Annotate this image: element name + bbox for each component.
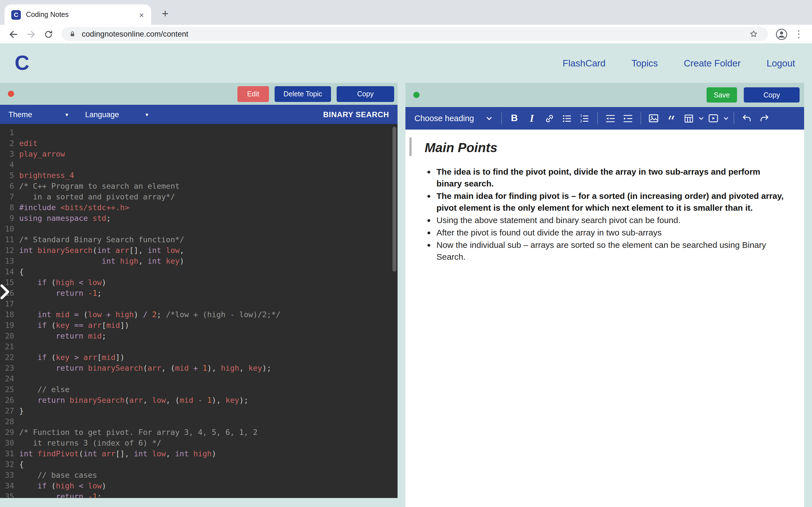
code-line: 9using namespace std; [0, 213, 398, 224]
rich-text-editor[interactable]: Main Points The idea is to find the pivo… [405, 129, 804, 507]
code-toolbar: Theme ▾ Language ▾ BINARY SEARCH [0, 105, 398, 124]
code-line: 8#include <bits/stdc++.h> [0, 202, 398, 213]
link-button[interactable] [541, 110, 558, 127]
code-line: 6/* C++ Program to search an element [0, 181, 398, 191]
code-line: 25 // else [0, 384, 398, 395]
url-bar[interactable]: codingnotesonline.com/content [61, 27, 768, 41]
code-line: 30 it returns 3 (index of 6) */ [0, 438, 398, 448]
url-text: codingnotesonline.com/content [82, 30, 188, 38]
code-line: 1 [0, 127, 398, 138]
blockquote-button[interactable]: “ [662, 106, 680, 131]
notes-status-dot [413, 92, 419, 98]
bullet-list: The idea is to find the pivot point, div… [424, 166, 787, 263]
code-scrollbar[interactable] [393, 127, 396, 272]
tab-title: Coding Notes [26, 11, 132, 18]
code-line: 4 [0, 159, 398, 170]
toolbar-separator [733, 112, 734, 124]
bullet-item: The idea is to find the pivot point, div… [437, 166, 787, 189]
reload-icon[interactable] [41, 26, 56, 42]
topic-title: BINARY SEARCH [323, 110, 389, 119]
chevron-down-icon [485, 115, 493, 122]
outdent-button[interactable] [601, 110, 619, 127]
undo-button[interactable] [738, 110, 755, 127]
bulleted-list-button[interactable] [558, 110, 575, 127]
insert-table-button[interactable] [680, 110, 697, 127]
tab-close-icon[interactable]: × [137, 10, 147, 20]
code-panel: Edit Delete Topic Copy Theme ▾ Language … [0, 83, 398, 498]
code-line: 24 [0, 374, 398, 384]
insert-image-button[interactable] [645, 110, 662, 127]
heading-select[interactable]: Choose heading [411, 114, 497, 123]
expand-chevron-icon[interactable] [0, 283, 13, 300]
nav-flashcard[interactable]: FlashCard [562, 58, 605, 68]
code-line: 31int findPivot(int arr[], int low, int … [0, 448, 398, 459]
delete-topic-button[interactable]: Delete Topic [274, 86, 331, 102]
profile-avatar-icon[interactable] [774, 26, 789, 42]
code-line: 11/* Standard Binary Search function*/ [0, 234, 398, 245]
code-line: 16 return -1; [0, 288, 398, 298]
code-line: 28 [0, 416, 398, 427]
code-editor[interactable]: 12edit3play_arrow45brightness_46/* C++ P… [0, 124, 398, 498]
copy-notes-button[interactable]: Copy [744, 87, 800, 103]
copy-code-button[interactable]: Copy [337, 86, 394, 102]
code-line: 12int binarySearch(int arr[], int low, [0, 245, 398, 256]
nav-logout[interactable]: Logout [767, 58, 795, 68]
theme-dropdown[interactable]: Theme ▾ [8, 110, 68, 119]
code-line: 14{ [0, 267, 398, 277]
app-header: C FlashCard Topics Create Folder Logout [0, 43, 812, 83]
browser-window: C Coding Notes × + codingnotesonline.com… [0, 0, 812, 507]
code-line: 2edit [0, 138, 398, 149]
code-line: 26 return binarySearch(arr, low, (mid - … [0, 395, 398, 406]
code-line: 23 return binarySearch(arr, (mid + 1), h… [0, 363, 398, 374]
browser-menu-kebab-icon[interactable]: ⋮ [791, 26, 806, 42]
code-line: 15 if (high < low) [0, 277, 398, 288]
code-panel-topbar: Edit Delete Topic Copy [0, 83, 398, 105]
code-line: 17 [0, 298, 398, 309]
app-logo[interactable]: C [15, 51, 29, 75]
main-content: Edit Delete Topic Copy Theme ▾ Language … [0, 83, 812, 507]
toolbar-separator [597, 112, 598, 124]
redo-button[interactable] [755, 110, 773, 127]
code-line: 3play_arrow [0, 149, 398, 159]
edit-button[interactable]: Edit [238, 86, 269, 102]
lock-icon [68, 30, 77, 38]
bullet-item: Now the individual sub – arrays are sort… [437, 239, 787, 263]
nav-topics[interactable]: Topics [631, 58, 658, 68]
code-line: 21 [0, 341, 398, 352]
back-icon[interactable] [6, 26, 21, 42]
notes-panel: Save Copy Choose heading B I 12 [405, 83, 804, 507]
heading-block-indicator [409, 137, 412, 156]
code-line: 29/* Function to get pivot. For array 3,… [0, 427, 398, 438]
code-line: 13 int high, int key) [0, 256, 398, 267]
save-button[interactable]: Save [707, 87, 737, 103]
bookmark-star-icon[interactable] [746, 26, 761, 42]
browser-tab[interactable]: C Coding Notes × [4, 4, 151, 25]
indent-button[interactable] [619, 110, 637, 127]
new-tab-button[interactable]: + [158, 6, 172, 21]
media-caret-icon[interactable] [722, 110, 729, 127]
code-line: 10 [0, 224, 398, 234]
bullet-item: Using the above statement and binary sea… [437, 214, 787, 226]
numbered-list-button[interactable]: 12 [575, 110, 593, 127]
insert-media-button[interactable] [705, 110, 722, 127]
code-line: 22 if (key > arr[mid]) [0, 352, 398, 363]
italic-button[interactable]: I [523, 110, 541, 127]
site-favicon: C [11, 10, 21, 19]
code-status-dot [8, 91, 14, 97]
code-line: 19 if (key == arr[mid]) [0, 320, 398, 331]
bold-button[interactable]: B [506, 110, 523, 127]
language-dropdown[interactable]: Language ▾ [85, 110, 148, 119]
doc-heading: Main Points [424, 138, 787, 157]
nav-create-folder[interactable]: Create Folder [684, 58, 741, 68]
toolbar-separator [640, 112, 641, 124]
code-line: 33 // base cases [0, 470, 398, 481]
code-line: 18 int mid = (low + high) / 2; /*low + (… [0, 309, 398, 320]
bullet-item: The main idea for finding pivot is – for… [437, 190, 787, 214]
theme-caret-icon: ▾ [65, 111, 68, 117]
code-line: 34 if (high < low) [0, 481, 398, 491]
forward-icon[interactable] [23, 26, 38, 42]
table-caret-icon[interactable] [697, 110, 705, 127]
tab-strip: C Coding Notes × + [0, 0, 812, 25]
code-line: 5brightness_4 [0, 170, 398, 181]
code-line: 32{ [0, 459, 398, 470]
